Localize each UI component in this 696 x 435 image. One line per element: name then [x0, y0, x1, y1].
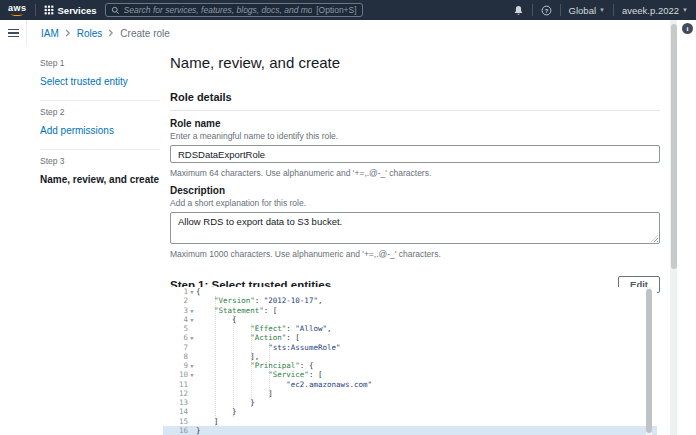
notifications-bell-icon[interactable] — [513, 5, 524, 16]
fold-spacer — [188, 380, 196, 389]
description-textarea[interactable]: Allow RDS to export data to S3 bucket. — [170, 212, 660, 244]
role-name-input[interactable] — [170, 145, 660, 163]
fold-spacer — [188, 426, 196, 435]
topbar-divider — [613, 4, 614, 16]
editor-line[interactable]: 14 } — [163, 407, 657, 416]
fold-spacer — [188, 343, 196, 352]
help-icon[interactable]: ? — [541, 5, 552, 16]
aws-smile-icon — [11, 12, 23, 16]
editor-line-code[interactable]: "ec2.amazonaws.com" — [196, 380, 372, 389]
services-grid-icon — [44, 5, 54, 15]
editor-line-code[interactable]: { — [196, 287, 201, 296]
editor-line-gutter[interactable]: 15 — [163, 417, 196, 426]
editor-line-code[interactable]: "Service": [ — [196, 370, 322, 379]
editor-line-gutter[interactable]: 7 — [163, 343, 196, 352]
editor-line-gutter[interactable]: 2 — [163, 296, 196, 305]
editor-line-code[interactable]: "sts:AssumeRole" — [196, 343, 341, 352]
editor-line[interactable]: 9▼ "Principal": { — [163, 361, 657, 370]
aws-topbar: aws Services [Option+S] — [0, 0, 696, 20]
editor-line-code[interactable]: "Version": "2012-10-17", — [196, 296, 322, 305]
editor-line[interactable]: 5 "Effect": "Allow", — [163, 324, 657, 333]
search-bar[interactable]: [Option+S] — [105, 3, 363, 17]
services-menu-button[interactable]: Services — [44, 5, 97, 16]
editor-line[interactable]: 7 "sts:AssumeRole" — [163, 343, 657, 352]
editor-line-code[interactable]: "Principal": { — [196, 361, 313, 370]
step-nav-item-1: Step 1 Select trusted entity — [40, 52, 160, 100]
editor-line-code[interactable]: "Effect": "Allow", — [196, 324, 331, 333]
fold-toggle-icon[interactable]: ▼ — [188, 361, 196, 370]
role-details-heading: Role details — [170, 91, 660, 103]
page-scrollbar-thumb[interactable] — [671, 24, 677, 269]
fold-spacer — [188, 389, 196, 398]
breadcrumb-link-roles[interactable]: Roles — [77, 28, 103, 39]
editor-line-gutter[interactable]: 13 — [163, 398, 196, 407]
editor-line[interactable]: 11 "ec2.amazonaws.com" — [163, 380, 657, 389]
editor-line-gutter[interactable]: 8 — [163, 352, 196, 361]
editor-line[interactable]: 10▼ "Service": [ — [163, 370, 657, 379]
editor-line-gutter[interactable]: 4▼ — [163, 315, 196, 324]
editor-line-gutter[interactable]: 12 — [163, 389, 196, 398]
editor-line-code[interactable]: } — [196, 426, 201, 435]
editor-line-gutter[interactable]: 6▼ — [163, 333, 196, 342]
editor-scrollbar-thumb[interactable] — [646, 289, 652, 433]
editor-line[interactable]: 16} — [163, 426, 657, 435]
step-link-add-permissions[interactable]: Add permissions — [40, 125, 114, 136]
page-title: Name, review, and create — [170, 53, 660, 73]
account-menu[interactable]: aveek.p.2022 ▼ — [622, 5, 688, 16]
wizard-steps-nav: Step 1 Select trusted entity Step 2 Add … — [40, 52, 160, 198]
info-icon[interactable]: i — [682, 23, 693, 34]
svg-text:?: ? — [544, 7, 548, 13]
editor-line-code[interactable]: "Action": [ — [196, 333, 300, 342]
editor-line[interactable]: 3▼ "Statement": [ — [163, 306, 657, 315]
editor-line[interactable]: 13 } — [163, 398, 657, 407]
page-scrollbar[interactable] — [670, 20, 677, 435]
region-selector[interactable]: Global ▼ — [569, 5, 605, 16]
editor-line-code[interactable]: "Statement": [ — [196, 306, 277, 315]
editor-line[interactable]: 15 ] — [163, 417, 657, 426]
editor-scrollbar[interactable] — [646, 287, 652, 435]
breadcrumb-current: Create role — [120, 28, 169, 39]
topbar-divider — [35, 4, 36, 16]
fold-toggle-icon[interactable]: ▼ — [188, 287, 196, 296]
editor-line[interactable]: 6▼ "Action": [ — [163, 333, 657, 342]
editor-line-gutter[interactable]: 3▼ — [163, 306, 196, 315]
breadcrumb-bar: IAM Roles Create role — [0, 20, 696, 46]
role-name-help: Enter a meaningful name to identify this… — [170, 131, 660, 141]
editor-line[interactable]: 1▼{ — [163, 287, 657, 296]
editor-line-gutter[interactable]: 10▼ — [163, 370, 196, 379]
aws-logo[interactable]: aws — [8, 4, 27, 16]
editor-line[interactable]: 12 ] — [163, 389, 657, 398]
breadcrumb: IAM Roles Create role — [27, 28, 170, 39]
role-name-constraint: Maximum 64 characters. Use alphanumeric … — [170, 168, 660, 178]
search-input[interactable] — [124, 5, 313, 15]
editor-line-gutter[interactable]: 14 — [163, 407, 196, 416]
editor-line-code[interactable]: ], — [196, 352, 259, 361]
fold-toggle-icon[interactable]: ▼ — [188, 370, 196, 379]
editor-line[interactable]: 4▼ { — [163, 315, 657, 324]
editor-line-code[interactable]: } — [196, 398, 255, 407]
fold-toggle-icon[interactable]: ▼ — [188, 306, 196, 315]
editor-line[interactable]: 8 ], — [163, 352, 657, 361]
fold-spacer — [188, 398, 196, 407]
services-label: Services — [58, 5, 97, 16]
fold-toggle-icon[interactable]: ▼ — [188, 315, 196, 324]
fold-toggle-icon[interactable]: ▼ — [188, 333, 196, 342]
topbar-divider — [532, 4, 533, 16]
editor-line-gutter[interactable]: 16 — [163, 426, 196, 435]
chevron-right-icon — [65, 29, 71, 37]
editor-line-gutter[interactable]: 1▼ — [163, 287, 196, 296]
editor-line[interactable]: 2 "Version": "2012-10-17", — [163, 296, 657, 305]
editor-line-code[interactable]: } — [196, 407, 237, 416]
editor-line-code[interactable]: ] — [196, 417, 219, 426]
editor-line-gutter[interactable]: 9▼ — [163, 361, 196, 370]
editor-line-code[interactable]: ] — [196, 389, 273, 398]
breadcrumb-link-iam[interactable]: IAM — [41, 28, 59, 39]
step-link-select-trusted-entity[interactable]: Select trusted entity — [40, 76, 128, 87]
description-label: Description — [170, 185, 660, 196]
menu-icon[interactable] — [0, 20, 26, 46]
editor-line-gutter[interactable]: 5 — [163, 324, 196, 333]
search-icon — [111, 6, 120, 15]
editor-line-gutter[interactable]: 11 — [163, 380, 196, 389]
editor-line-code[interactable]: { — [196, 315, 237, 324]
trust-policy-code-editor[interactable]: 1▼{2 "Version": "2012-10-17",3▼ "Stateme… — [163, 287, 657, 435]
